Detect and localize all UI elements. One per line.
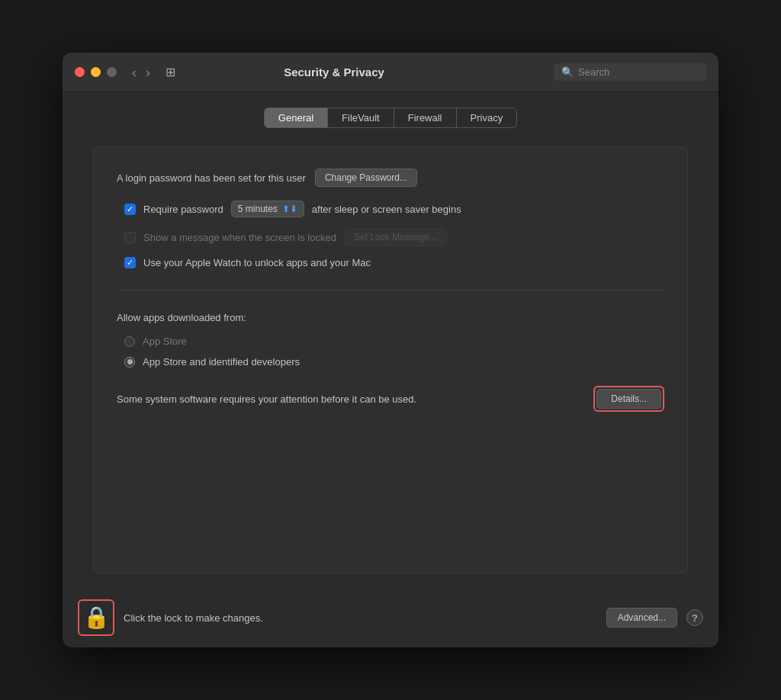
traffic-lights bbox=[75, 67, 117, 77]
zoom-button[interactable] bbox=[107, 67, 117, 77]
radio-app-store[interactable] bbox=[124, 336, 135, 347]
system-software-row: Some system software requires your atten… bbox=[117, 386, 664, 412]
apple-watch-row: Use your Apple Watch to unlock apps and … bbox=[124, 257, 664, 268]
help-button[interactable]: ? bbox=[686, 609, 703, 626]
login-password-label: A login password has been set for this u… bbox=[117, 172, 306, 184]
divider bbox=[117, 290, 664, 291]
tabs: General FileVault Firewall Privacy bbox=[93, 108, 688, 128]
search-input[interactable] bbox=[578, 66, 693, 78]
title-bar: ‹ › ⊞ Security & Privacy 🔍 bbox=[63, 53, 718, 92]
tab-privacy[interactable]: Privacy bbox=[457, 108, 518, 128]
require-password-row: Require password 5 minutes ⬆⬇ after slee… bbox=[124, 201, 664, 217]
system-software-label: Some system software requires your atten… bbox=[117, 393, 581, 405]
set-lock-message-button: Set Lock Message... bbox=[344, 228, 447, 246]
tab-filevault[interactable]: FileVault bbox=[328, 108, 394, 128]
login-password-row: A login password has been set for this u… bbox=[117, 169, 664, 187]
radio-app-store-identified-row: App Store and identified developers bbox=[124, 356, 664, 368]
require-password-checkbox[interactable] bbox=[124, 204, 136, 215]
lock-label: Click the lock to make changes. bbox=[124, 612, 597, 624]
main-panel: A login password has been set for this u… bbox=[93, 146, 688, 573]
radio-app-store-label: App Store bbox=[143, 336, 187, 347]
lock-icon-wrapper[interactable]: 🔒 bbox=[78, 599, 114, 636]
search-icon: 🔍 bbox=[561, 66, 574, 78]
apple-watch-checkbox[interactable] bbox=[124, 257, 136, 268]
tab-firewall[interactable]: Firewall bbox=[394, 108, 457, 128]
bottom-bar: 🔒 Click the lock to make changes. Advanc… bbox=[63, 589, 718, 647]
require-password-label: Require password bbox=[143, 204, 223, 215]
content-area: General FileVault Firewall Privacy A log… bbox=[63, 92, 718, 589]
tab-general[interactable]: General bbox=[264, 108, 328, 128]
dropdown-value: 5 minutes bbox=[238, 204, 278, 214]
require-password-suffix: after sleep or screen saver begins bbox=[312, 204, 461, 215]
apple-watch-label: Use your Apple Watch to unlock apps and … bbox=[143, 257, 371, 268]
close-button[interactable] bbox=[75, 67, 85, 77]
dropdown-arrow-icon: ⬆⬇ bbox=[282, 204, 297, 214]
show-message-label: Show a message when the screen is locked bbox=[143, 232, 336, 243]
lock-icon: 🔒 bbox=[83, 607, 110, 628]
window-title: Security & Privacy bbox=[124, 66, 545, 79]
require-password-dropdown[interactable]: 5 minutes ⬆⬇ bbox=[231, 201, 304, 217]
allow-apps-section: Allow apps downloaded from: App Store Ap… bbox=[117, 312, 664, 368]
advanced-button[interactable]: Advanced... bbox=[606, 608, 677, 628]
radio-app-store-identified-label: App Store and identified developers bbox=[143, 356, 300, 368]
details-button-highlight: Details... bbox=[593, 386, 664, 412]
window: ‹ › ⊞ Security & Privacy 🔍 General FileV… bbox=[63, 53, 718, 647]
show-message-checkbox bbox=[124, 232, 136, 243]
search-bar[interactable]: 🔍 bbox=[554, 63, 706, 81]
radio-app-store-row: App Store bbox=[124, 336, 664, 347]
minimize-button[interactable] bbox=[91, 67, 101, 77]
radio-app-store-identified[interactable] bbox=[124, 357, 135, 368]
change-password-button[interactable]: Change Password... bbox=[315, 169, 417, 187]
allow-apps-label: Allow apps downloaded from: bbox=[117, 312, 664, 323]
details-button[interactable]: Details... bbox=[596, 389, 661, 409]
show-message-row: Show a message when the screen is locked… bbox=[124, 228, 664, 246]
